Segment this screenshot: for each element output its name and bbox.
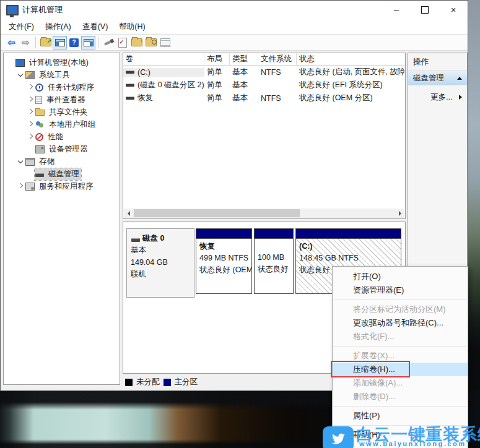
help-button[interactable]: ?: [67, 36, 81, 50]
partition-name: (C:): [299, 241, 398, 252]
volume-type: 基本: [230, 80, 258, 90]
tree-item-label: 磁盘管理: [46, 168, 81, 180]
export-list-icon: ↗: [40, 38, 51, 46]
export-list-button[interactable]: ↗: [38, 36, 53, 50]
menu-separator: [334, 346, 466, 347]
table-row[interactable]: (磁盘 0 磁盘分区 2) 简单 基本 状态良好 (EFI 系统分区): [123, 79, 405, 92]
tree-item-services-applications[interactable]: 服务和应用程序: [4, 180, 120, 192]
volume-list-pane: 卷 布局 类型 文件系统 状态 (C:) 简单 基本 NTFS 状态良好 (启动…: [123, 53, 406, 219]
menu-item-explorer[interactable]: 资源管理器(E): [333, 283, 468, 297]
tree-item-event-viewer[interactable]: 事件查看器: [4, 93, 120, 106]
menu-file[interactable]: 文件(F): [3, 19, 40, 34]
column-header-type[interactable]: 类型: [230, 53, 258, 65]
tree-item-task-scheduler[interactable]: 任务计划程序: [4, 81, 120, 93]
table-row[interactable]: 恢复 简单 基本 NTFS 状态良好 (OEM 分区): [123, 92, 405, 105]
tree-item-shared-folders[interactable]: 共享文件夹: [4, 106, 120, 118]
spacer: [26, 170, 35, 178]
scroll-right-button[interactable]: [395, 209, 404, 218]
menu-item-properties[interactable]: 属性(P): [333, 409, 468, 423]
scroll-left-button[interactable]: [124, 209, 133, 218]
partition-efi[interactable]: 100 MB 状态良好: [254, 228, 294, 294]
tool-button[interactable]: [101, 36, 115, 50]
actions-group-label: 磁盘管理: [413, 73, 444, 84]
menu-separator: [334, 299, 466, 300]
partition-recovery[interactable]: 恢复 499 MB NTFS 状态良好 (OEM 分区): [196, 228, 252, 294]
volume-table-header: 卷 布局 类型 文件系统 状态: [123, 53, 405, 66]
horizontal-scrollbar[interactable]: [124, 209, 404, 218]
menu-item-shrink-volume[interactable]: 压缩卷(H)...: [333, 363, 468, 376]
folder-search-button[interactable]: [144, 36, 158, 50]
chevron-right-icon[interactable]: [26, 108, 35, 116]
disk-status: 联机: [131, 269, 190, 280]
maximize-button[interactable]: [411, 1, 439, 19]
menu-action[interactable]: 操作(A): [40, 19, 77, 34]
menu-item-change-drive-letter[interactable]: 更改驱动器号和路径(C)...: [333, 316, 468, 330]
maximize-icon: [421, 6, 429, 14]
local-users-icon: [35, 121, 45, 129]
tree-item-system-tools[interactable]: 系统工具: [4, 69, 120, 81]
tree-item-storage[interactable]: 存储: [4, 155, 120, 168]
computer-management-app-icon: [6, 5, 19, 15]
tree-item-label: 设备管理器: [47, 144, 90, 155]
column-header-volume[interactable]: 卷: [123, 53, 204, 65]
volume-fs: NTFS: [258, 68, 297, 77]
volume-type: 基本: [230, 93, 258, 103]
checklist-button[interactable]: [158, 36, 172, 50]
show-action-pane-button[interactable]: [81, 36, 95, 50]
tree-item-label: 存储: [37, 156, 56, 168]
menu-item-open[interactable]: 打开(O): [333, 270, 468, 283]
collapse-arrow-icon: [457, 77, 462, 80]
chevron-right-icon[interactable]: [16, 182, 25, 191]
tree-item-local-users-groups[interactable]: 本地用户和组: [4, 118, 120, 131]
menu-item-delete-volume: 删除卷(D)...: [333, 390, 468, 403]
partition-color-bar: [296, 229, 401, 239]
spacer: [6, 58, 15, 67]
tree-item-disk-management[interactable]: 磁盘管理: [4, 168, 120, 180]
chevron-right-icon[interactable]: [26, 132, 35, 141]
show-console-tree-button[interactable]: [53, 36, 67, 50]
tree-item-device-manager[interactable]: 设备管理器: [4, 143, 120, 155]
volume-status: 状态良好 (EFI 系统分区): [297, 80, 405, 90]
menu-help[interactable]: 帮助(H): [113, 19, 151, 34]
volume-icon: [126, 84, 134, 87]
performance-icon: [35, 133, 43, 141]
menu-view[interactable]: 查看(V): [77, 19, 114, 34]
folder-up-button[interactable]: ↑: [129, 36, 144, 50]
partition-size: 148.45 GB NTFS: [299, 252, 398, 264]
actions-group-disk-management[interactable]: 磁盘管理: [408, 71, 467, 85]
column-header-status[interactable]: 状态: [297, 53, 405, 65]
partition-legend: 未分配 主分区: [125, 377, 198, 387]
chevron-right-icon[interactable]: [26, 120, 35, 129]
disk-size: 149.04 GB: [131, 257, 190, 269]
tree-item-label: 性能: [46, 131, 65, 143]
twitter-bird-icon: [329, 431, 347, 447]
tree-item-computer-management[interactable]: 计算机管理(本地): [4, 56, 120, 69]
column-header-filesystem[interactable]: 文件系统: [258, 53, 297, 65]
shared-folders-icon: [35, 110, 45, 116]
volume-fs: NTFS: [258, 94, 297, 103]
system-tools-icon: [25, 71, 35, 79]
legend-unallocated-label: 未分配: [136, 377, 160, 387]
title-bar: 计算机管理 – ×: [1, 1, 468, 19]
scrollbar-thumb[interactable]: [134, 209, 300, 217]
chevron-down-icon[interactable]: [16, 157, 25, 166]
back-button[interactable]: ⇦: [4, 36, 19, 50]
disk0-header-cell[interactable]: 磁盘 0 基本 149.04 GB 联机: [126, 228, 194, 298]
table-row[interactable]: (C:) 简单 基本 NTFS 状态良好 (启动, 页面文件, 故障转储: [123, 66, 405, 79]
chevron-right-icon[interactable]: [26, 83, 35, 92]
partition-status: 状态良好: [258, 264, 290, 275]
volume-name: (磁盘 0 磁盘分区 2): [137, 80, 204, 90]
close-button[interactable]: ×: [439, 1, 468, 19]
chevron-down-icon[interactable]: [16, 71, 25, 79]
forward-button[interactable]: ⇨: [19, 36, 33, 50]
minimize-button[interactable]: –: [382, 1, 411, 19]
partition-name: [258, 241, 290, 252]
tree-item-label: 事件查看器: [45, 94, 87, 106]
tree-item-performance[interactable]: 性能: [4, 131, 120, 143]
validate-button[interactable]: ✓: [115, 36, 129, 50]
actions-more[interactable]: 更多...: [408, 90, 467, 104]
column-header-layout[interactable]: 布局: [204, 53, 230, 65]
chevron-right-icon[interactable]: [26, 95, 35, 104]
partition-status: 状态良好 (OEM 分区): [199, 264, 248, 276]
partition-name: 恢复: [199, 241, 248, 252]
